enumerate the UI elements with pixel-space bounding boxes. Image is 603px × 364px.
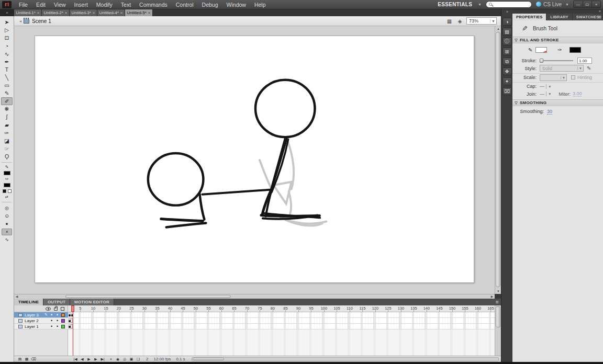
- layer-visibility-dot[interactable]: •: [49, 319, 54, 322]
- document-tab[interactable]: Untitled-3* ×: [70, 9, 97, 16]
- subselection-tool[interactable]: ▷: [1, 26, 13, 34]
- modify-markers-button[interactable]: ❏: [136, 357, 141, 361]
- brush-tool[interactable]: ✐: [1, 97, 13, 105]
- timeline-tab[interactable]: MOTION EDITOR: [70, 299, 114, 305]
- layer-lock-dot[interactable]: •: [54, 325, 60, 328]
- menu-item[interactable]: Debug: [198, 1, 222, 9]
- horizontal-scroll-thumb[interactable]: [65, 295, 231, 298]
- properties-tab[interactable]: LIBRARY: [546, 14, 572, 20]
- pencil-tool[interactable]: ✎: [1, 89, 13, 97]
- minimize-button[interactable]: —: [574, 1, 583, 7]
- stroke-weight-input[interactable]: 1.00: [577, 58, 592, 64]
- fill-color-chip[interactable]: [4, 183, 10, 187]
- swap-colors-button[interactable]: ⇄: [5, 195, 8, 199]
- play-button[interactable]: ▶: [86, 357, 92, 361]
- layer-lock-dot[interactable]: •: [54, 319, 60, 322]
- outline-layers-icon[interactable]: [61, 307, 64, 311]
- zoom-dropdown-icon[interactable]: ▼: [490, 19, 496, 23]
- onion-skin-outlines-button[interactable]: ◎: [122, 357, 127, 361]
- frames-horizontal-scrollbar[interactable]: [192, 357, 499, 361]
- menu-item[interactable]: View: [50, 1, 70, 9]
- stage-zoom-combo[interactable]: 73% ▼: [466, 17, 497, 25]
- info-panel[interactable]: ⓘ: [502, 38, 512, 46]
- timeline-panel-menu-icon[interactable]: ≣: [495, 300, 499, 304]
- panel-collapse-icon[interactable]: «: [599, 9, 601, 14]
- color-panel[interactable]: ◑: [502, 18, 512, 26]
- document-tab[interactable]: Untitled-1* ×: [14, 9, 42, 16]
- selection-tool[interactable]: ➤: [1, 18, 13, 26]
- step-back-button[interactable]: ◀: [80, 357, 85, 361]
- layer-color-chip[interactable]: [61, 325, 65, 328]
- layer-frame-row[interactable]: [68, 318, 495, 324]
- menu-item[interactable]: Control: [172, 1, 198, 9]
- edit-symbol-button[interactable]: ◈: [456, 18, 464, 24]
- keyframe-dot[interactable]: [69, 314, 71, 316]
- layer-name[interactable]: Layer 1: [25, 324, 43, 329]
- dock-collapse-icon[interactable]: »: [501, 9, 513, 15]
- stroke-style-dropdown[interactable]: Solid ▼: [540, 65, 584, 72]
- deco-tool[interactable]: ❋: [1, 105, 13, 113]
- tab-close-icon[interactable]: ×: [93, 10, 95, 15]
- no-color-button[interactable]: [8, 189, 12, 193]
- document-tab[interactable]: Untitled-5* ×: [125, 9, 153, 16]
- lock-fill-toggle[interactable]: ⊙: [2, 213, 12, 220]
- layer-frame-row[interactable]: [68, 312, 495, 318]
- edit-stroke-style-icon[interactable]: ✎: [587, 65, 591, 71]
- tab-close-icon[interactable]: ×: [37, 10, 40, 15]
- step-forward-button[interactable]: ▶: [93, 357, 98, 361]
- timeline-vertical-scrollbar[interactable]: [495, 305, 501, 356]
- toolbar-collapse-icon[interactable]: «: [0, 9, 14, 16]
- edit-scene-button[interactable]: ▦: [445, 18, 453, 24]
- menu-item[interactable]: Commands: [135, 1, 172, 9]
- eraser-tool[interactable]: ◪: [1, 136, 13, 144]
- rectangle-tool[interactable]: ▭: [1, 82, 13, 89]
- layer-name[interactable]: Layer 3: [25, 313, 43, 317]
- layer-item[interactable]: Layer 3✎••: [14, 312, 68, 318]
- edit-multiple-frames-button[interactable]: ▣: [129, 357, 134, 361]
- tab-close-icon[interactable]: ×: [65, 10, 68, 15]
- canvas-vertical-scrollbar[interactable]: ▲ ▼: [495, 26, 501, 294]
- menu-item[interactable]: Window: [222, 1, 250, 9]
- scale-dropdown[interactable]: ▼: [540, 74, 567, 81]
- goto-last-frame-button[interactable]: ▶|: [100, 357, 105, 361]
- fill-and-stroke-header[interactable]: ▽ FILL AND STROKE: [512, 37, 603, 43]
- smoothing-value[interactable]: 30: [547, 109, 552, 115]
- goto-first-frame-button[interactable]: |◀: [73, 357, 78, 361]
- menu-item[interactable]: Edit: [32, 1, 50, 9]
- miter-value[interactable]: 3.00: [573, 91, 582, 97]
- center-frame-button[interactable]: ⌖: [108, 357, 114, 361]
- components-panel[interactable]: ❖: [502, 67, 512, 75]
- smoothing-header[interactable]: ▽ SMOOTHING: [512, 99, 603, 106]
- properties-panel-menu-icon[interactable]: ≣: [598, 15, 601, 19]
- tab-close-icon[interactable]: ×: [148, 10, 151, 15]
- new-layer-button[interactable]: ▤: [17, 357, 23, 361]
- menu-item[interactable]: Modify: [92, 1, 117, 9]
- canvas-horizontal-scrollbar[interactable]: ◀ ▶: [14, 294, 495, 299]
- slider-thumb[interactable]: [540, 59, 543, 63]
- menu-item[interactable]: File: [15, 1, 32, 9]
- text-tool[interactable]: T: [1, 66, 13, 74]
- playhead-marker[interactable]: [71, 305, 74, 312]
- brush-smoothing-option[interactable]: ∿: [2, 236, 12, 243]
- align-panel[interactable]: ▤: [502, 28, 512, 36]
- layer-lock-dot[interactable]: •: [54, 313, 60, 316]
- line-tool[interactable]: ╲: [1, 74, 13, 82]
- frame-rate-indicator[interactable]: 12.00 fps: [153, 357, 171, 361]
- hinting-checkbox[interactable]: [571, 75, 575, 79]
- free-transform-tool[interactable]: ⊡: [1, 34, 13, 42]
- brush-shape-option[interactable]: ◖: [2, 229, 12, 235]
- code-snippets-panel[interactable]: ⧉: [502, 58, 512, 65]
- layer-item[interactable]: Layer 2••: [14, 318, 68, 324]
- fill-color-swatch[interactable]: [570, 47, 581, 53]
- frames-area[interactable]: [68, 312, 495, 356]
- layer-color-chip[interactable]: [61, 319, 65, 323]
- tab-close-icon[interactable]: ×: [120, 10, 123, 15]
- 3d-rotation-tool[interactable]: ◔: [1, 42, 13, 50]
- transform-panel[interactable]: ⊞: [502, 48, 512, 55]
- onion-skin-button[interactable]: ◉: [115, 357, 120, 361]
- timeline-ruler[interactable]: 5101520253035404550556065707580859095100…: [68, 305, 495, 312]
- close-button[interactable]: ×: [591, 1, 600, 7]
- stage-canvas[interactable]: [35, 36, 474, 283]
- frames-scroll-thumb[interactable]: [193, 358, 224, 360]
- scene-name[interactable]: Scene 1: [32, 18, 51, 24]
